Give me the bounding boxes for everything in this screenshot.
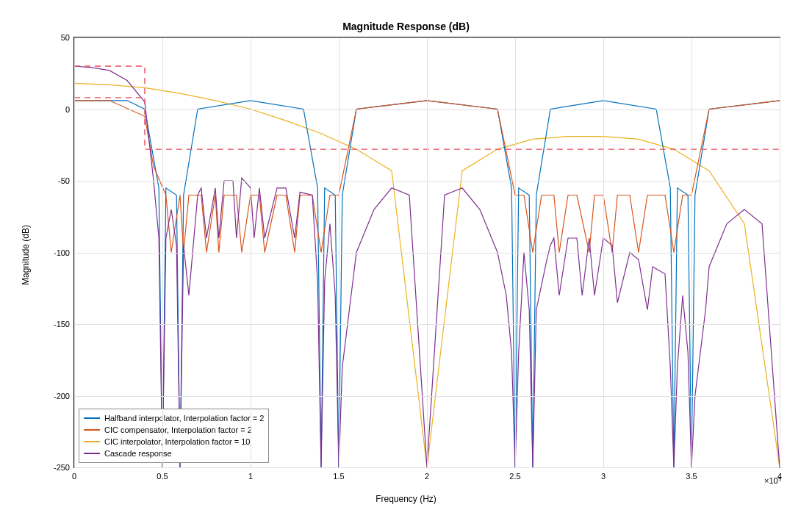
legend-item: Cascade response [84,448,264,459]
x-tick-label: 0 [72,472,76,481]
x-tick-label: 1 [248,472,253,481]
legend-item: CIC compensator, Interpolation factor = … [84,424,264,436]
x-axis-label: Frequency (Hz) [376,494,436,504]
x-tick-label: 1.5 [333,472,344,481]
y-axis-label: Magnitude (dB) [21,225,31,285]
y-tick-label: -50 [58,176,70,185]
x-tick-label: 2.5 [509,472,520,481]
y-tick-label: 50 [61,33,70,42]
legend-item: Halfband interpolator, Interpolation fac… [84,412,264,424]
plot-axes[interactable]: Halfband interpolator, Interpolation fac… [73,37,780,468]
y-tick-label: -250 [54,463,70,472]
y-tick-label: 0 [65,105,70,114]
x-exponent: ×10⁵ [764,476,781,486]
legend-label: Cascade response [104,449,172,458]
y-tick-label: -150 [54,320,70,328]
x-tick-label: 2 [425,472,429,481]
x-tick-label: 0.5 [157,472,168,481]
y-tick-label: -200 [54,392,70,401]
y-tick-label: -100 [54,248,70,257]
legend-label: CIC interpolator, Interpolation factor =… [104,437,250,446]
legend-label: Halfband interpolator, Interpolation fac… [104,414,264,423]
chart-title: Magnitude Response (dB) [0,21,812,32]
legend-label: CIC compensator, Interpolation factor = … [104,425,252,434]
figure-window: Magnitude Response (dB) Halfband interpo… [0,0,812,510]
legend-box[interactable]: Halfband interpolator, Interpolation fac… [79,409,269,463]
legend-item: CIC interpolator, Interpolation factor =… [84,436,264,448]
x-tick-label: 3 [601,472,606,481]
x-tick-label: 3.5 [686,472,697,481]
